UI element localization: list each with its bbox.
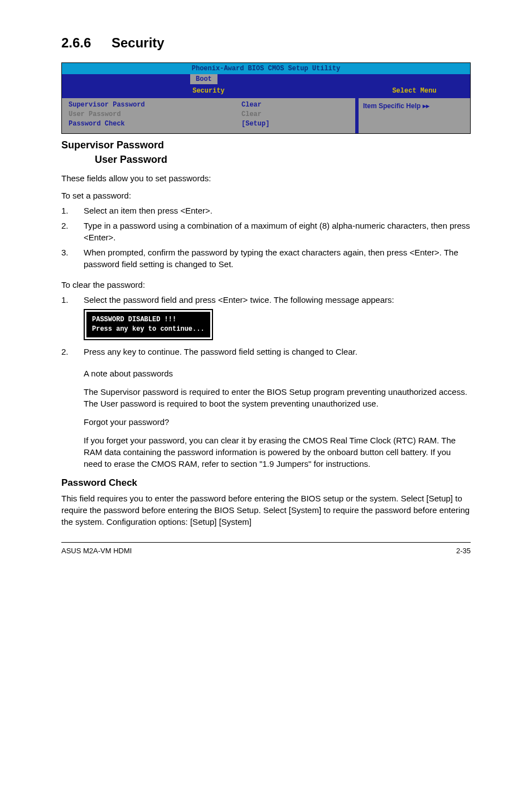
code-box-wrap: PASSWORD DISABLED !!! Press any key to c…	[84, 309, 471, 340]
bios-left-header: Security	[62, 84, 359, 98]
list-number: 3.	[61, 247, 84, 270]
bios-screenshot: Phoenix-Award BIOS CMOS Setup Utility Bo…	[61, 62, 471, 134]
bios-right-header: Select Menu	[359, 84, 470, 98]
bios-row-value: Clear	[191, 100, 349, 110]
to-set-text: To set a password:	[61, 190, 471, 201]
password-check-body: This field requires you to enter the pas…	[61, 492, 471, 528]
list-item: 1.Select an item then press <Enter>.	[61, 205, 471, 216]
list-item: 3.When prompted, confirm the password by…	[61, 247, 471, 270]
bios-row-value: [Setup]	[191, 119, 349, 129]
section-title: Security	[112, 35, 165, 50]
subheading-supervisor: Supervisor Password	[61, 138, 471, 152]
note-body-2: If you forget your password, you can cle…	[84, 434, 471, 470]
list-item: 2.Press any key to continue. The passwor…	[61, 346, 471, 357]
bios-row-user: User Password Clear	[69, 110, 349, 119]
code-box: PASSWORD DISABLED !!! Press any key to c…	[84, 309, 213, 340]
bios-help-panel: Item Specific Help ▸▸	[359, 98, 470, 133]
list-text: Type in a password using a combination o…	[84, 220, 471, 243]
clear-password-steps: 1.Select the password field and press <E…	[61, 294, 471, 306]
footer-left: ASUS M2A-VM HDMI	[61, 546, 132, 556]
intro-text: These fields allow you to set passwords:	[61, 172, 471, 184]
note-body-1: The Supervisor password is required to e…	[84, 386, 471, 409]
list-text: Select the password field and press <Ent…	[84, 294, 471, 306]
clear-password-step2: 2.Press any key to continue. The passwor…	[61, 346, 471, 357]
bios-help-text: Item Specific Help ▸▸	[363, 102, 429, 110]
bios-settings: Supervisor Password Clear User Password …	[62, 98, 359, 133]
bios-body: Supervisor Password Clear User Password …	[62, 98, 470, 133]
list-number: 2.	[61, 220, 84, 243]
note-title-2: Forgot your password?	[84, 416, 471, 428]
bios-row-value: Clear	[191, 110, 349, 119]
bios-tabbar: Boot	[62, 74, 470, 84]
to-clear-text: To clear the password:	[61, 279, 471, 291]
set-password-steps: 1.Select an item then press <Enter>. 2.T…	[61, 205, 471, 270]
footer-right: 2-35	[456, 546, 471, 556]
list-number: 1.	[61, 294, 84, 306]
bios-row-pwcheck: Password Check [Setup]	[69, 119, 349, 129]
note-title-1: A note about passwords	[84, 368, 471, 379]
list-number: 2.	[61, 346, 84, 357]
bios-tab-boot: Boot	[190, 74, 217, 84]
bios-row-label: User Password	[69, 110, 191, 119]
bios-title: Phoenix-Award BIOS CMOS Setup Utility	[62, 63, 470, 75]
password-check-heading: Password Check	[61, 476, 471, 490]
list-item: 2.Type in a password using a combination…	[61, 220, 471, 243]
bios-row-label: Supervisor Password	[69, 100, 191, 110]
list-text: When prompted, confirm the password by t…	[84, 247, 471, 270]
section-heading: 2.6.6Security	[61, 33, 471, 52]
list-text: Select an item then press <Enter>.	[84, 205, 471, 216]
bios-header-row: Security Select Menu	[62, 84, 470, 98]
list-text: Press any key to continue. The password …	[84, 346, 471, 357]
list-number: 1.	[61, 205, 84, 216]
bios-row-label: Password Check	[69, 119, 191, 129]
section-number: 2.6.6	[61, 33, 112, 52]
subheading-user: User Password	[95, 153, 471, 167]
code-text: PASSWORD DISABLED !!! Press any key to c…	[86, 312, 210, 337]
list-item: 1.Select the password field and press <E…	[61, 294, 471, 306]
note-block: A note about passwords The Supervisor pa…	[84, 368, 471, 470]
page-footer: ASUS M2A-VM HDMI 2-35	[61, 542, 471, 556]
bios-row-supervisor: Supervisor Password Clear	[69, 100, 349, 110]
